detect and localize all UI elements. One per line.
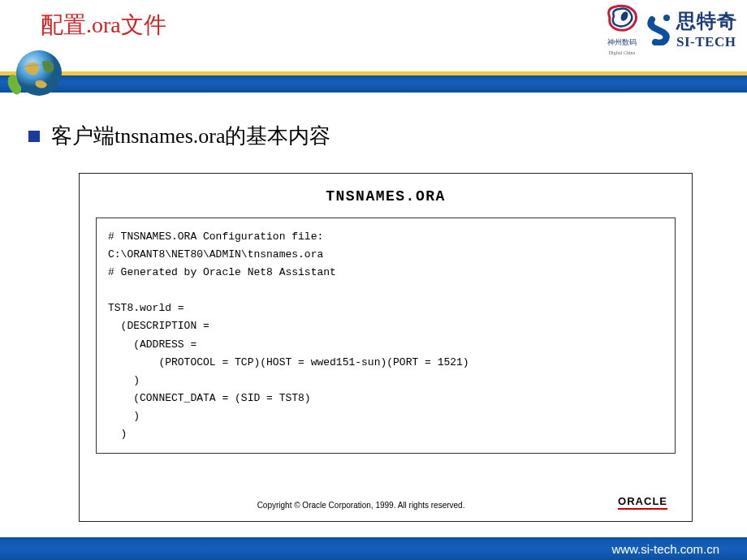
logo-area: 神州数码 Digital China 思特奇 SI-TECH bbox=[602, 2, 737, 56]
dc-logo-en: Digital China bbox=[609, 50, 636, 55]
svg-point-0 bbox=[620, 11, 629, 22]
document-frame: TNSNAMES.ORA # TNSNAMES.ORA Configuratio… bbox=[79, 173, 693, 522]
footer-bar: www.si-tech.com.cn bbox=[0, 537, 747, 560]
doc-title: TNSNAMES.ORA bbox=[96, 188, 676, 205]
footer-url: www.si-tech.com.cn bbox=[611, 542, 719, 556]
bullet-text: 客户端tnsnames.ora的基本内容 bbox=[51, 122, 330, 150]
sitech-s-icon bbox=[647, 13, 675, 45]
digital-china-logo: 神州数码 Digital China bbox=[602, 2, 642, 56]
content-area: 客户端tnsnames.ora的基本内容 TNSNAMES.ORA # TNSN… bbox=[28, 122, 719, 522]
oracle-logo: ORACLE bbox=[618, 495, 667, 510]
svg-point-2 bbox=[16, 50, 62, 96]
header-bar bbox=[0, 71, 747, 93]
copyright-text: Copyright © Oracle Corporation, 1999. Al… bbox=[257, 501, 465, 510]
square-bullet-icon bbox=[28, 131, 40, 142]
globe-icon bbox=[6, 45, 65, 104]
code-block: # TNSNAMES.ORA Configuration file: C:\OR… bbox=[96, 218, 676, 454]
svg-point-1 bbox=[663, 15, 670, 21]
doc-footer: Copyright © Oracle Corporation, 1999. Al… bbox=[96, 495, 676, 511]
dc-logo-cn: 神州数码 bbox=[607, 38, 637, 46]
sitech-logo: 思特奇 SI-TECH bbox=[647, 8, 737, 50]
sitech-logo-en: SI-TECH bbox=[676, 34, 737, 50]
page-title: 配置.ora文件 bbox=[41, 10, 166, 41]
sitech-logo-cn: 思特奇 bbox=[676, 8, 737, 34]
bullet-heading: 客户端tnsnames.ora的基本内容 bbox=[28, 122, 719, 150]
dc-swirl-icon bbox=[602, 2, 642, 36]
header: 配置.ora文件 神州数码 Digital China 思特奇 SI-TECH bbox=[0, 0, 747, 71]
